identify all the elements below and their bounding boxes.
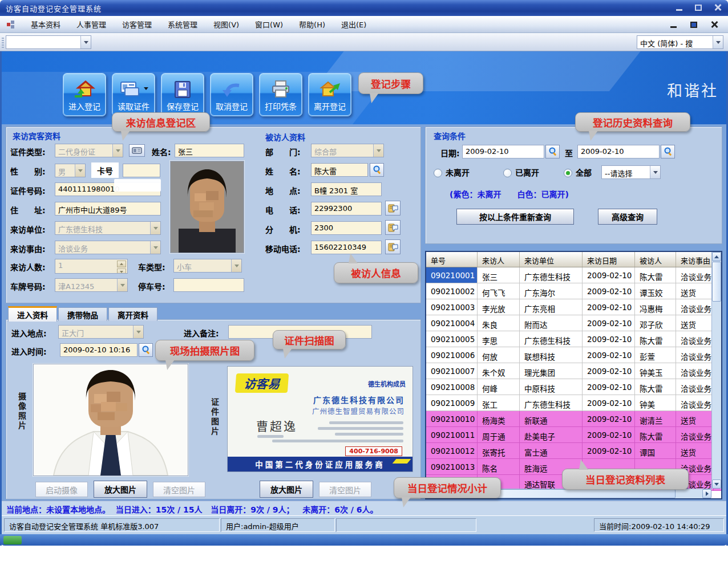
- tab-leave-info[interactable]: 离开资料: [108, 307, 157, 321]
- table-cell[interactable]: 090210007: [426, 363, 478, 379]
- enter-register-button[interactable]: 进入登记: [63, 73, 106, 116]
- table-cell[interactable]: 2009-02-10: [583, 411, 635, 426]
- table-cell[interactable]: 090210002: [426, 283, 478, 299]
- table-cell[interactable]: 彭萱: [635, 347, 676, 363]
- visitee-search-button[interactable]: [370, 163, 384, 177]
- table-cell[interactable]: 中原科技: [520, 379, 583, 395]
- chevron-down-icon[interactable]: [713, 36, 723, 48]
- table-row[interactable]: 090210010杨海类新联通2009-02-10谢清兰送货: [426, 411, 721, 427]
- table-cell[interactable]: 富士通: [520, 443, 583, 458]
- table-cell[interactable]: 2009-02-10: [583, 363, 635, 379]
- table-row[interactable]: 090210009张工广东德生科技2009-02-10钟美洽谈业务: [426, 395, 721, 411]
- table-cell[interactable]: 2009-02-10: [583, 443, 635, 458]
- table-row[interactable]: 090210006何放联想科技2009-02-10彭萱洽谈业务: [426, 347, 721, 363]
- column-header[interactable]: 单号: [426, 252, 478, 267]
- table-cell[interactable]: 090210011: [426, 427, 478, 442]
- entry-place-combo[interactable]: 正大门: [58, 325, 144, 339]
- date-from-picker-button[interactable]: [545, 145, 560, 158]
- chevron-down-icon[interactable]: [133, 326, 143, 338]
- column-header[interactable]: 来访人: [478, 252, 520, 267]
- table-cell[interactable]: 090210012: [426, 443, 478, 458]
- table-cell[interactable]: 谭国: [635, 443, 676, 458]
- chevron-down-icon[interactable]: [373, 144, 383, 157]
- radio-circle-icon[interactable]: [503, 169, 512, 177]
- radio-left[interactable]: 已离开: [503, 166, 539, 178]
- date-to-input[interactable]: 2009-02-10: [577, 145, 660, 158]
- toolbar-grip[interactable]: [2, 38, 4, 48]
- vertical-scroll-thumb[interactable]: [712, 262, 721, 302]
- table-cell[interactable]: 2009-02-10: [583, 347, 635, 363]
- table-cell[interactable]: 广东亮相: [520, 299, 583, 315]
- table-cell[interactable]: 陈大雷: [635, 379, 676, 395]
- clear-photo-button[interactable]: 清空图片: [153, 482, 205, 497]
- menu-view[interactable]: 视图(V): [205, 17, 247, 32]
- table-cell[interactable]: 陈大雷: [635, 267, 676, 283]
- table-cell[interactable]: 送货: [676, 443, 714, 458]
- chevron-down-icon[interactable]: [150, 222, 160, 234]
- date-from-input[interactable]: 2009-02-10: [462, 145, 544, 158]
- table-cell[interactable]: 洽谈业务: [676, 427, 714, 442]
- cancel-register-button[interactable]: 取消登记: [210, 73, 253, 116]
- minimize-icon[interactable]: [673, 2, 685, 13]
- print-ticket-button[interactable]: 打印凭条: [259, 73, 302, 116]
- leave-register-button[interactable]: 离开登记: [308, 73, 351, 116]
- menu-exit[interactable]: 退出(E): [333, 17, 374, 32]
- start-camera-button[interactable]: 启动摄像: [35, 482, 88, 497]
- table-cell[interactable]: 张工: [478, 395, 520, 410]
- chevron-down-icon[interactable]: [75, 164, 85, 177]
- scroll-up-icon[interactable]: [712, 252, 721, 261]
- parking-input[interactable]: [173, 278, 244, 292]
- cert-type-combo[interactable]: 二代身份证: [55, 144, 123, 157]
- scroll-right-icon[interactable]: [702, 489, 711, 498]
- table-row[interactable]: 090210011周于通赴美电子2009-02-10陈大雷洽谈业务: [426, 427, 721, 443]
- column-header[interactable]: 被访人: [635, 252, 676, 267]
- radio-all[interactable]: 全部: [564, 166, 592, 178]
- visitor-name-input[interactable]: 张三: [175, 144, 244, 157]
- table-cell[interactable]: 何放: [478, 347, 520, 363]
- table-cell[interactable]: 谭玉姣: [635, 283, 676, 299]
- table-cell[interactable]: 送货: [676, 315, 714, 331]
- menu-system[interactable]: 系统管理: [160, 17, 205, 32]
- phone-dial-button[interactable]: [385, 201, 401, 216]
- table-cell[interactable]: 2009-02-10: [583, 331, 635, 347]
- table-cell[interactable]: 090210010: [426, 411, 478, 426]
- table-cell[interactable]: 090210003: [426, 299, 478, 315]
- menu-basic-data[interactable]: 基本资料: [23, 17, 68, 32]
- table-cell[interactable]: 陈大雷: [635, 331, 676, 347]
- table-cell[interactable]: 090210006: [426, 347, 478, 363]
- spin-up-icon[interactable]: [117, 261, 126, 267]
- chevron-down-icon[interactable]: [112, 144, 123, 157]
- table-cell[interactable]: 广东海尔: [520, 283, 583, 299]
- chevron-down-icon[interactable]: [231, 259, 241, 272]
- ext-dial-button[interactable]: [385, 220, 401, 235]
- menu-help[interactable]: 帮助(H): [291, 17, 333, 32]
- dept-combo[interactable]: 综合部: [311, 144, 384, 157]
- table-cell[interactable]: 2009-02-10: [583, 395, 635, 410]
- table-cell[interactable]: 陈名: [478, 459, 520, 474]
- table-cell[interactable]: 广东德生科技: [520, 395, 583, 410]
- table-cell[interactable]: 2009-02-10: [583, 283, 635, 299]
- child-close-icon[interactable]: [709, 19, 720, 30]
- table-cell[interactable]: 李光放: [478, 299, 520, 315]
- column-header[interactable]: 来访单位: [520, 252, 583, 267]
- table-cell[interactable]: 钟美玉: [635, 363, 676, 379]
- table-cell[interactable]: 090210005: [426, 331, 478, 347]
- visit-reason-combo[interactable]: 洽谈业务: [55, 241, 161, 254]
- table-cell[interactable]: 2009-02-10: [583, 299, 635, 315]
- table-cell[interactable]: 理光集团: [520, 363, 583, 379]
- table-row[interactable]: 090210001张三广东德生科技2009-02-10陈大雷洽谈业务: [426, 267, 721, 283]
- entry-time-input[interactable]: 2009-02-10 10:16: [60, 343, 137, 357]
- spin-down-icon[interactable]: [117, 269, 126, 274]
- table-cell[interactable]: 洽谈业务: [676, 347, 714, 363]
- table-cell[interactable]: 张三: [478, 267, 520, 283]
- vertical-scrollbar[interactable]: [711, 252, 721, 489]
- table-cell[interactable]: 广东德生科技: [520, 267, 583, 283]
- chevron-down-icon[interactable]: [117, 279, 127, 291]
- table-row[interactable]: 090210008何峰中原科技2009-02-10陈大雷洽谈业务: [426, 379, 721, 395]
- tab-carried-items[interactable]: 携带物品: [58, 307, 107, 321]
- car-type-combo[interactable]: 小车: [173, 259, 242, 273]
- card-reader-button[interactable]: [129, 144, 145, 157]
- table-cell[interactable]: 朱良: [478, 315, 520, 331]
- menu-visitor[interactable]: 访客管理: [114, 17, 160, 32]
- table-cell[interactable]: 送货: [676, 411, 714, 426]
